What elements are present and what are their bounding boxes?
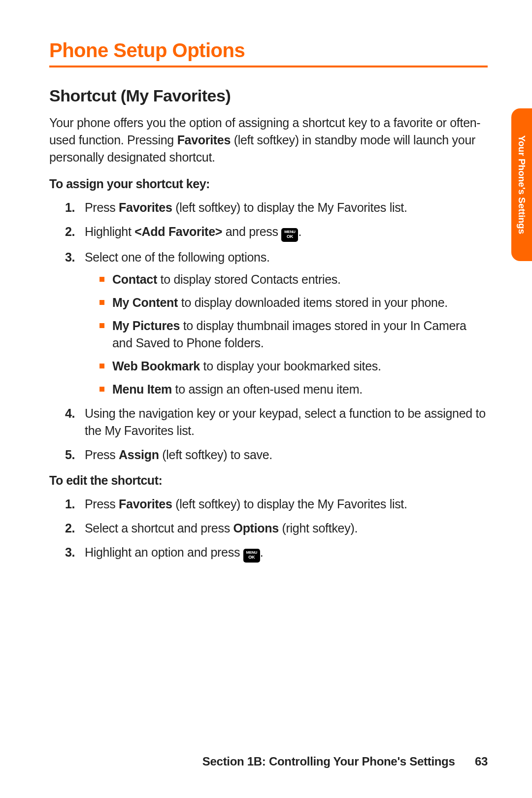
step-text-pre: Select a shortcut and press [85, 521, 233, 535]
step-text-bold: <Add Favorite> [134, 225, 222, 238]
step-text-post: and press [222, 225, 281, 238]
intro-paragraph: Your phone offers you the option of assi… [49, 114, 488, 166]
step-text-pre: Press [85, 200, 119, 214]
step-text-post: (right softkey). [279, 521, 358, 535]
page-title: Phone Setup Options [49, 39, 488, 62]
step-number: 2. [65, 520, 75, 537]
step-text-post: (left softkey) to save. [159, 448, 272, 462]
assign-step-3: 3. Select one of the following options. … [49, 249, 488, 398]
step-number: 4. [65, 405, 75, 422]
step-text: Select one of the following options. [85, 250, 270, 264]
step-text: Using the navigation key or your keypad,… [85, 406, 486, 437]
step-text-bold: Options [233, 521, 279, 535]
step-text-pre: Highlight an option and press [85, 545, 243, 559]
edit-heading: To edit the shortcut: [49, 473, 488, 488]
menu-ok-icon: MENUOK [243, 549, 260, 563]
edit-steps: 1. Press Favorites (left softkey) to dis… [49, 496, 488, 563]
option-menu-item: Menu Item to assign an often-used menu i… [85, 381, 488, 398]
assign-step-5: 5. Press Assign (left softkey) to save. [49, 446, 488, 464]
section-title: Shortcut (My Favorites) [49, 86, 488, 105]
footer-text: Section 1B: Controlling Your Phone's Set… [202, 755, 455, 768]
step-number: 1. [65, 199, 75, 216]
page-footer: Section 1B: Controlling Your Phone's Set… [49, 755, 488, 768]
step-text-trail: . [260, 545, 264, 559]
option-web-bookmark: Web Bookmark to display your bookmarked … [85, 358, 488, 375]
step-text-post: (left softkey) to display the My Favorit… [172, 200, 407, 214]
step-text-bold: Favorites [119, 497, 172, 511]
step-text-post: (left softkey) to display the My Favorit… [172, 497, 407, 511]
step-number: 3. [65, 249, 75, 266]
step-text-trail: . [298, 225, 301, 238]
step-number: 2. [65, 223, 75, 240]
step-text-bold: Favorites [119, 200, 172, 214]
assign-step-4: 4. Using the navigation key or your keyp… [49, 405, 488, 439]
assign-step-1: 1. Press Favorites (left softkey) to dis… [49, 199, 488, 216]
edit-step-1: 1. Press Favorites (left softkey) to dis… [49, 496, 488, 513]
step-text-pre: Press [85, 448, 119, 462]
edit-step-2: 2. Select a shortcut and press Options (… [49, 520, 488, 537]
title-rule [49, 66, 488, 67]
menu-ok-icon: MENUOK [281, 228, 298, 242]
step-number: 1. [65, 496, 75, 513]
assign-heading: To assign your shortcut key: [49, 177, 488, 191]
step-number: 5. [65, 446, 75, 464]
edit-step-3: 3. Highlight an option and press MENUOK. [49, 544, 488, 563]
step-text-bold: Assign [119, 448, 159, 462]
intro-bold: Favorites [177, 133, 231, 147]
assign-steps: 1. Press Favorites (left softkey) to dis… [49, 199, 488, 464]
options-list: Contact to display stored Contacts entri… [85, 271, 488, 398]
step-number: 3. [65, 544, 75, 561]
option-contact: Contact to display stored Contacts entri… [85, 271, 488, 288]
page-content: Phone Setup Options Shortcut (My Favorit… [0, 0, 532, 798]
page-number: 63 [475, 755, 488, 768]
assign-step-2: 2. Highlight <Add Favorite> and press ME… [49, 223, 488, 242]
option-my-content: My Content to display downloaded items s… [85, 294, 488, 311]
option-my-pictures: My Pictures to display thumbnail images … [85, 317, 488, 352]
step-text-pre: Highlight [85, 225, 134, 238]
step-text-pre: Press [85, 497, 119, 511]
